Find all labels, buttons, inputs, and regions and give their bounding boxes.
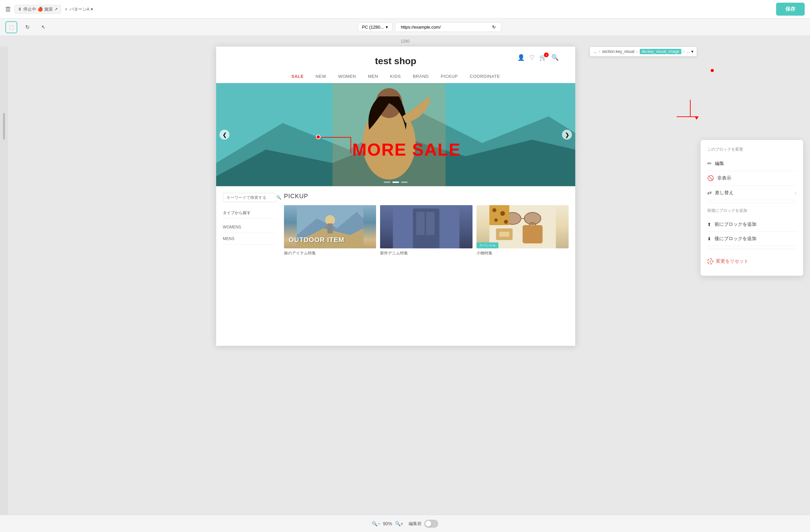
- zoom-out-icon[interactable]: 🔍−: [372, 521, 380, 526]
- replace-label: 差し替え: [715, 190, 733, 196]
- sidebar-womens[interactable]: WOMENS: [223, 222, 276, 233]
- shop-title: test shop: [229, 52, 562, 70]
- cart-icon[interactable]: 🛒 1: [539, 54, 547, 61]
- outdoor-overlay-text: OUTDOOR ITEM: [289, 236, 344, 244]
- nav-item-sale[interactable]: SALE: [291, 74, 304, 79]
- pickup-item-goods[interactable]: スペシャル 小物特集: [476, 205, 569, 256]
- panel-replace-item[interactable]: ⇄ 差し替え ›: [707, 186, 796, 200]
- denim-caption: 新作デニム特集: [380, 251, 472, 256]
- bottom-bar: 🔍− 90% 🔍+ 編集前: [0, 515, 810, 532]
- breadcrumb-overlay: ... › section.key_visual › div.key_visua…: [589, 47, 697, 57]
- device-select[interactable]: PC (1280... ▾: [358, 22, 393, 32]
- toolbar-tools: ⬚ ↻ ↖: [5, 21, 49, 33]
- svg-point-26: [494, 219, 498, 222]
- hero-dots: [384, 181, 408, 183]
- wishlist-icon[interactable]: ♡: [529, 54, 535, 61]
- pause-icon: ⏸: [18, 7, 22, 12]
- chevron-down-icon: ▾: [386, 25, 388, 30]
- add-before-label: 前にブロックを追加: [715, 222, 757, 227]
- hero-dot-3[interactable]: [401, 181, 408, 183]
- hero-dot-1[interactable]: [384, 181, 390, 183]
- nav-item-new[interactable]: NEW: [315, 74, 326, 79]
- search-box[interactable]: 🔍: [223, 193, 276, 202]
- pickup-title: PICKUP: [284, 193, 569, 200]
- search-icon[interactable]: 🔍: [551, 54, 558, 61]
- nav-item-coordinate[interactable]: COORDINATE: [470, 74, 500, 79]
- nav-item-kids[interactable]: KIDS: [390, 74, 401, 79]
- top-bar: ☰ ⏸ 停止中 🍎 施策 ↗ > パターンA ▾ 保存: [0, 0, 810, 19]
- sidebar-mens[interactable]: MENS: [223, 233, 276, 245]
- breadcrumb-sep: >: [65, 7, 67, 12]
- panel-edit-item[interactable]: ✏ 編集: [707, 156, 796, 171]
- refresh-tool-icon[interactable]: ↻: [21, 21, 33, 33]
- panel-reset-item[interactable]: ↺ 変更をリセット: [707, 254, 796, 269]
- bc-item2-active[interactable]: div.key_visual_image: [640, 49, 681, 54]
- annotation-dot-1: [316, 135, 321, 139]
- bc-item1[interactable]: section.key_visual: [602, 49, 634, 54]
- url-text: https://example.com/: [401, 25, 441, 30]
- reload-icon[interactable]: ↻: [492, 25, 496, 30]
- edit-label: 編集: [715, 161, 724, 166]
- policy-text[interactable]: 施策: [44, 6, 53, 12]
- url-bar: https://example.com/ ↻: [395, 22, 501, 32]
- pickup-item-outdoor[interactable]: OUTDOOR ITEM 旅のアイテム特集: [284, 205, 376, 256]
- ruler-label: 1280: [401, 39, 410, 44]
- outdoor-caption: 旅のアイテム特集: [284, 251, 376, 256]
- shop-nav: SALE NEW WOMEN MEN KIDS BRAND PICKUP COO…: [216, 70, 575, 83]
- svg-rect-14: [416, 212, 425, 235]
- hero-prev-button[interactable]: ❮: [220, 130, 229, 140]
- save-button[interactable]: 保存: [776, 3, 805, 16]
- panel-add-after-item[interactable]: ⬇ 後にブロックを追加: [707, 232, 796, 246]
- cursor-tool-icon[interactable]: ↖: [37, 21, 49, 33]
- panel-divider: [707, 203, 796, 203]
- browser-preview: ... › section.key_visual › div.key_visua…: [8, 47, 810, 532]
- goods-caption: 小物特集: [476, 251, 569, 256]
- shop-content: 🔍 タイプから探す WOMENS MENS PICKUP: [216, 186, 575, 263]
- pattern-dropdown[interactable]: パターンA ▾: [69, 6, 94, 12]
- bc-dropdown-icon[interactable]: ▾: [691, 49, 693, 54]
- hamburger-icon[interactable]: ☰: [5, 6, 11, 13]
- chevron-down-icon: ▾: [91, 7, 93, 12]
- hero-next-button[interactable]: ❯: [562, 130, 572, 140]
- user-icon[interactable]: 👤: [517, 54, 525, 61]
- nav-item-women[interactable]: WOMEN: [338, 74, 356, 79]
- select-icon: ⬚: [9, 24, 14, 30]
- hide-icon: 🚫: [707, 175, 714, 181]
- panel-add-title: 前後にブロックを追加: [707, 208, 796, 213]
- nav-item-men[interactable]: MEN: [368, 74, 378, 79]
- panel-add-before-item[interactable]: ⬆ 前にブロックを追加: [707, 217, 796, 232]
- nav-item-pickup[interactable]: PICKUP: [441, 74, 457, 79]
- select-tool-icon[interactable]: ⬚: [5, 21, 17, 33]
- top-bar-left: ☰ ⏸ 停止中 🍎 施策 ↗ > パターンA ▾: [5, 5, 772, 14]
- svg-rect-15: [426, 212, 435, 235]
- cart-badge: 1: [544, 52, 549, 57]
- hero-dot-2[interactable]: [392, 181, 399, 183]
- pattern-text: パターンA: [69, 6, 90, 12]
- external-icon[interactable]: ↗: [54, 7, 58, 12]
- pickup-item-denim[interactable]: 新作デニム特集: [380, 205, 472, 256]
- hide-label: 非表示: [717, 175, 731, 181]
- search-input[interactable]: [226, 195, 276, 200]
- reset-icon: ↺: [707, 258, 713, 264]
- pickup-grid: OUTDOOR ITEM 旅のアイテム特集: [284, 205, 569, 256]
- refresh-icon: ↻: [25, 24, 30, 30]
- toolbar-center: PC (1280... ▾ https://example.com/ ↻: [358, 22, 502, 32]
- panel-hide-item[interactable]: 🚫 非表示: [707, 171, 796, 186]
- annotation-arrow: [677, 100, 699, 120]
- zoom-in-icon[interactable]: 🔍+: [395, 521, 403, 526]
- shop-main: PICKUP: [276, 193, 569, 256]
- denim-svg: [380, 205, 472, 248]
- sidebar-type-title: タイプから探す: [223, 208, 276, 219]
- svg-rect-21: [499, 232, 509, 237]
- toggle-area: 編集前: [409, 520, 438, 528]
- annotation-dot-2: [710, 68, 715, 73]
- panel-divider2: [707, 249, 796, 249]
- scrollbar-thumb[interactable]: [3, 113, 5, 140]
- hero-svg: [216, 83, 575, 186]
- add-after-icon: ⬇: [707, 236, 711, 241]
- edit-toggle[interactable]: [424, 520, 438, 528]
- nav-item-brand[interactable]: BRAND: [412, 74, 428, 79]
- pause-text: 停止中: [23, 6, 36, 12]
- main-area: ... › section.key_visual › div.key_visua…: [0, 47, 810, 532]
- breadcrumb: > パターンA ▾: [65, 6, 93, 12]
